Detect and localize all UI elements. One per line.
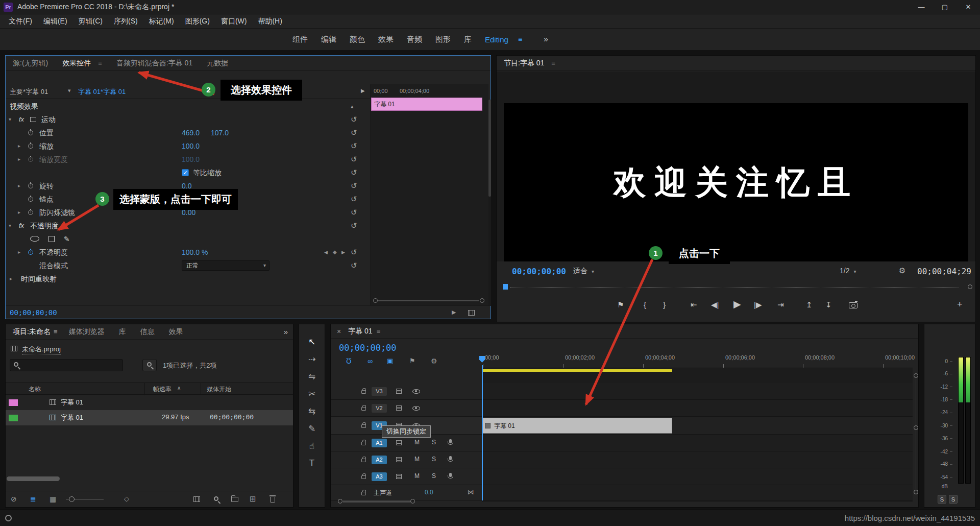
reset-button[interactable]: ↺: [351, 139, 357, 153]
razor-tool[interactable]: ✂: [299, 389, 325, 399]
fx-badge[interactable]: fx: [19, 113, 24, 126]
timeline-settings-icon[interactable]: ⚙: [431, 357, 437, 365]
stopwatch-icon[interactable]: [28, 130, 33, 135]
effect-row-opacity[interactable]: ▾ fx 不透明度 ↺: [6, 219, 370, 232]
sync-lock-icon[interactable]: [396, 440, 402, 445]
program-scrubber[interactable]: [497, 282, 975, 292]
settings-wrench-icon[interactable]: ⚙: [899, 266, 905, 275]
master-track-label[interactable]: 主声道: [374, 489, 392, 497]
tab-audio-clip-mixer[interactable]: 音频剪辑混合器:字幕 01: [109, 59, 200, 68]
tab-sequence[interactable]: 字幕 01: [344, 327, 376, 336]
solo-button[interactable]: S: [432, 472, 436, 480]
track-lane-a2[interactable]: [482, 451, 913, 468]
solo-right-button[interactable]: S: [949, 495, 958, 504]
track-lane-v3[interactable]: [482, 383, 913, 400]
track-lane-master[interactable]: [482, 485, 913, 500]
menu-item-markers[interactable]: 标记(M): [143, 17, 180, 26]
lock-icon[interactable]: [361, 442, 366, 445]
sync-lock-icon[interactable]: [396, 389, 402, 394]
h-scroll-handle-right[interactable]: [410, 499, 415, 504]
menu-item-sequence[interactable]: 序列(S): [108, 17, 143, 26]
eye-icon[interactable]: [412, 406, 420, 411]
lift-button[interactable]: ↥: [806, 300, 813, 309]
menu-item-help[interactable]: 帮助(H): [252, 17, 287, 26]
h-scroll-handle-left[interactable]: [338, 499, 342, 504]
v-scroll-handle-top[interactable]: [914, 373, 918, 378]
stopwatch-icon[interactable]: [28, 210, 33, 215]
panel-menu-icon[interactable]: ≡: [54, 328, 58, 336]
scroll-handle-right[interactable]: [480, 298, 484, 303]
solo-button[interactable]: S: [432, 439, 436, 446]
column-divider[interactable]: [144, 383, 145, 395]
lock-icon[interactable]: [361, 459, 366, 462]
track-select-forward-tool[interactable]: ⇢: [299, 354, 325, 365]
menu-item-graphics[interactable]: 图形(G): [180, 17, 215, 26]
stopwatch-icon[interactable]: [28, 144, 33, 149]
tab-media-browser[interactable]: 媒体浏览器: [61, 327, 111, 337]
hand-tool[interactable]: ☝: [299, 441, 325, 451]
position-x-value[interactable]: 469.0: [182, 126, 200, 139]
opacity-value[interactable]: 100.0 %: [182, 246, 208, 259]
type-tool[interactable]: T: [299, 458, 325, 468]
tab-metadata[interactable]: 元数据: [200, 59, 235, 68]
scroll-track[interactable]: [378, 300, 479, 301]
label-color-chip-green[interactable]: [9, 415, 18, 421]
program-playhead-handle[interactable]: [503, 284, 508, 290]
sync-lock-icon[interactable]: [396, 457, 402, 462]
v-scroll-handle-mid[interactable]: [914, 425, 918, 430]
timeline-ruler[interactable]: 00;00 00;00;02;00 00;00;04;00 00;00;06;0…: [482, 353, 913, 368]
work-area-bar[interactable]: [482, 369, 672, 372]
tab-program-monitor[interactable]: 节目:字幕 01: [497, 59, 551, 68]
tab-info[interactable]: 信息: [133, 327, 161, 337]
expander-icon[interactable]: ▸: [18, 206, 20, 219]
workspace-tab-effects[interactable]: 效果: [372, 35, 400, 44]
panel-menu-icon[interactable]: ≡: [377, 327, 381, 335]
reset-button[interactable]: ↺: [351, 153, 357, 166]
scroll-handle-left[interactable]: [373, 298, 378, 303]
mic-icon[interactable]: [449, 439, 452, 443]
export-frame-button[interactable]: [849, 302, 857, 308]
step-back-button[interactable]: ◀|: [711, 300, 719, 309]
track-lane-a3[interactable]: [482, 468, 913, 485]
pen-tool[interactable]: ✎: [299, 423, 325, 434]
go-to-out-button[interactable]: ⇥: [777, 300, 784, 309]
h-scroll-track[interactable]: [343, 500, 410, 503]
menu-item-file[interactable]: 文件(F): [3, 17, 38, 26]
reset-button[interactable]: ↺: [351, 179, 357, 193]
collapse-section-icon[interactable]: ▴: [351, 100, 354, 113]
add-keyframe-icon[interactable]: ◆: [333, 246, 337, 259]
mic-icon[interactable]: [449, 456, 452, 460]
sync-lock-icon[interactable]: [396, 474, 402, 479]
chevron-down-icon[interactable]: ▾: [68, 87, 71, 94]
fx-badge[interactable]: fx: [19, 219, 24, 232]
mute-button[interactable]: M: [414, 472, 420, 480]
panel-menu-icon[interactable]: ≡: [551, 59, 555, 67]
workspace-menu-icon[interactable]: ≡: [518, 35, 522, 43]
add-marker-icon[interactable]: ⚑: [409, 357, 415, 365]
stopwatch-icon[interactable]: [28, 197, 33, 202]
workspace-tab-audio[interactable]: 音频: [400, 35, 429, 44]
clear-icon[interactable]: [270, 497, 275, 503]
button-editor-button[interactable]: +: [957, 299, 963, 310]
ec-current-time[interactable]: 00;00;00;00: [10, 308, 57, 317]
add-marker-button[interactable]: ⚑: [617, 300, 624, 309]
lock-icon[interactable]: [361, 492, 366, 495]
project-row-sequence-selected[interactable]: 字幕 01 29.97 fps 00;00;00;00: [6, 410, 293, 425]
workspace-tab-libraries[interactable]: 库: [457, 35, 478, 44]
sort-asc-icon[interactable]: ∧: [177, 385, 181, 391]
column-frame-rate[interactable]: 帧速率: [153, 385, 172, 394]
close-button[interactable]: ✕: [957, 0, 980, 14]
reset-button[interactable]: ↺: [351, 193, 357, 206]
pen-mask-icon[interactable]: ✎: [64, 232, 70, 246]
rect-mask-icon[interactable]: [48, 236, 55, 242]
item-name[interactable]: 字幕 01: [61, 398, 83, 407]
stopwatch-icon-active[interactable]: [28, 250, 33, 255]
mute-button[interactable]: M: [414, 439, 420, 446]
timeline-view-toggle-icon[interactable]: ▶: [361, 88, 365, 93]
tab-effects[interactable]: 效果: [161, 327, 190, 337]
lock-icon[interactable]: [361, 475, 366, 479]
tab-source-monitor[interactable]: 源:(无剪辑): [6, 59, 55, 68]
linked-selection-icon[interactable]: ∞: [368, 357, 373, 365]
program-current-time[interactable]: 00;00;00;00: [512, 267, 566, 276]
lock-icon[interactable]: [361, 390, 366, 394]
